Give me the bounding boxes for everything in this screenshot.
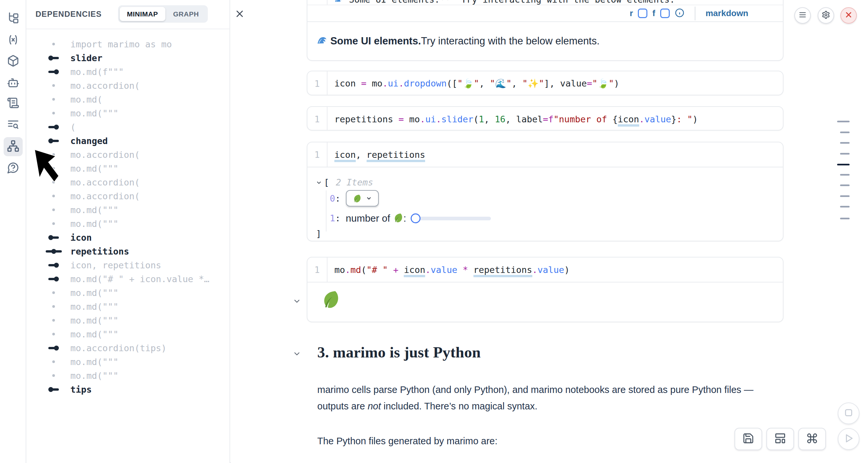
save-button[interactable] [735, 428, 762, 450]
r-checkbox[interactable] [638, 8, 647, 18]
minimap-item-20[interactable]: mo.md(""" [26, 300, 229, 313]
minimap-item-26[interactable]: tips [26, 382, 229, 396]
chevron-down-icon [292, 301, 301, 306]
minimap-item-5[interactable]: mo.md( [26, 92, 229, 106]
info-icon[interactable] [675, 8, 685, 19]
tab-graph[interactable]: GRAPH [166, 7, 206, 21]
cell-tuple-output[interactable]: 1 icon, repetitions [ 2 Items 0: [307, 142, 783, 241]
shutdown-button[interactable] [840, 7, 857, 24]
open-bracket: [ [324, 177, 329, 187]
code-token: { [612, 114, 617, 124]
minimap-item-18[interactable]: mo.md("# " + icon.value *… [26, 272, 229, 286]
minimap-item-7[interactable]: ( [26, 120, 229, 134]
sidebar-item-packages[interactable] [4, 52, 23, 71]
code-token: " [538, 78, 544, 89]
slider-track[interactable] [414, 217, 491, 220]
minimap-item-19[interactable]: mo.md(""" [26, 286, 229, 300]
minimap-item-6[interactable]: mo.md(""" [26, 106, 229, 120]
code-token: , [512, 78, 522, 89]
minimap-item-15[interactable]: icon [26, 230, 229, 244]
sidebar-rail [0, 0, 26, 463]
minimap-item-22[interactable]: mo.md(""" [26, 327, 229, 341]
code-token: value [537, 265, 564, 275]
minimap-item-23[interactable]: mo.accordion(tips) [26, 341, 229, 355]
code-line[interactable]: repetitions = mo.ui.slider(1, 16, label=… [328, 114, 698, 124]
code-token [388, 265, 393, 275]
scroll-minimap-line[interactable] [840, 195, 849, 197]
settings-button[interactable] [818, 7, 834, 24]
cell-editor[interactable]: " Some UI elements.** Try interacting wi… [307, 0, 783, 5]
sidebar-item-ai-assistant[interactable] [4, 74, 23, 93]
play-icon [843, 433, 854, 445]
scroll-minimap-line[interactable] [840, 206, 849, 208]
collapse-section-button[interactable] [292, 349, 301, 358]
code-line[interactable]: mo.md("# " + icon.value * repetitions.va… [328, 265, 569, 275]
sidebar-item-logs[interactable] [4, 94, 23, 113]
sidebar-item-dependencies[interactable] [4, 137, 23, 156]
scroll-minimap-line[interactable] [840, 218, 849, 219]
scroll-minimap-line-active[interactable] [837, 164, 849, 165]
panel-close-button[interactable] [235, 9, 245, 20]
cell-slider-code[interactable]: 1 repetitions = mo.ui.slider(1, 16, labe… [307, 106, 783, 130]
layout-toggle-button[interactable] [766, 428, 794, 450]
scroll-minimap-line[interactable] [837, 121, 849, 122]
tree-header[interactable]: [ 2 Items [316, 177, 783, 187]
minimap-item-label: mo.md(""" [70, 302, 118, 312]
notebook-menu-button[interactable] [794, 7, 811, 24]
minimap-item-25[interactable]: mo.md(""" [26, 369, 229, 382]
sidebar-item-snippet-search[interactable] [4, 116, 23, 135]
line-number: 1 [307, 114, 327, 124]
minimap-item-label: mo.md(""" [70, 219, 118, 229]
icon-dropdown-select[interactable] [346, 190, 379, 207]
tuple-tree-output: [ 2 Items 0: 1: number of : [307, 167, 783, 239]
language-badge[interactable]: markdown [706, 8, 748, 19]
minimap-item-1[interactable]: import marimo as mo [26, 37, 229, 51]
scroll-minimap[interactable] [838, 0, 852, 463]
scroll-minimap-line[interactable] [840, 184, 849, 186]
scroll-minimap-line[interactable] [840, 174, 849, 176]
sidebar-item-variables[interactable] [4, 31, 23, 50]
minimap-item-3[interactable]: mo.md(f""" [26, 65, 229, 79]
f-checkbox[interactable] [660, 8, 670, 18]
sidebar-item-help[interactable] [4, 159, 23, 178]
code-line[interactable]: icon = mo.ui.dropdown(["🍃", "🌊", "✨"], v… [328, 78, 619, 89]
command-palette-button[interactable] [798, 428, 826, 450]
code-token: + [393, 265, 399, 275]
code-line[interactable]: icon, repetitions [328, 150, 425, 160]
minimap-item-8[interactable]: changed [26, 134, 229, 148]
code-token: , [484, 114, 495, 124]
variable-reference: icon [618, 114, 639, 127]
cell-md-output[interactable]: 1 mo.md("# " + icon.value * repetitions.… [307, 257, 783, 322]
leaf-emoji [352, 194, 362, 203]
sidebar-item-outline-tree[interactable] [4, 9, 23, 28]
minimap-item-14[interactable]: mo.md(""" [26, 217, 229, 230]
help-icon [7, 161, 20, 175]
cell-dropdown-code[interactable]: 1 icon = mo.ui.dropdown(["🍃", "🌊", "✨"],… [307, 71, 783, 95]
code-token: value [431, 265, 457, 275]
code-token: mo [334, 265, 345, 275]
row-index: 1 [330, 213, 335, 223]
slider-handle[interactable] [411, 213, 421, 223]
scroll-minimap-line[interactable] [840, 131, 849, 133]
scroll-minimap-line[interactable] [840, 153, 849, 155]
minimap-item-24[interactable]: mo.md(""" [26, 355, 229, 369]
minimap-item-21[interactable]: mo.md(""" [26, 313, 229, 327]
dependencies-panel-header: DEPENDENCIES MINIMAP GRAPH [26, 0, 229, 29]
minimap-item-16[interactable]: repetitions [26, 244, 229, 258]
minimap-item-4[interactable]: mo.accordion( [26, 79, 229, 92]
scroll-minimap-line[interactable] [840, 142, 849, 144]
stop-button[interactable] [838, 402, 860, 424]
minimap-item-13[interactable]: mo.md(""" [26, 203, 229, 217]
item-count: 2 Items [336, 177, 373, 187]
repetitions-slider[interactable] [411, 213, 491, 223]
collapse-output-button[interactable] [292, 297, 301, 306]
cell-dot-icon [43, 84, 64, 87]
run-button[interactable] [838, 428, 860, 450]
code-token: . [382, 78, 388, 89]
cell-markdown-ui-elements[interactable]: " Some UI elements.** Try interacting wi… [307, 0, 783, 61]
cell-dot-icon [43, 195, 64, 197]
minimap-item-12[interactable]: mo.accordion( [26, 189, 229, 203]
minimap-item-2[interactable]: slider [26, 51, 229, 65]
tab-minimap[interactable]: MINIMAP [120, 7, 165, 21]
minimap-item-17[interactable]: icon, repetitions [26, 258, 229, 272]
